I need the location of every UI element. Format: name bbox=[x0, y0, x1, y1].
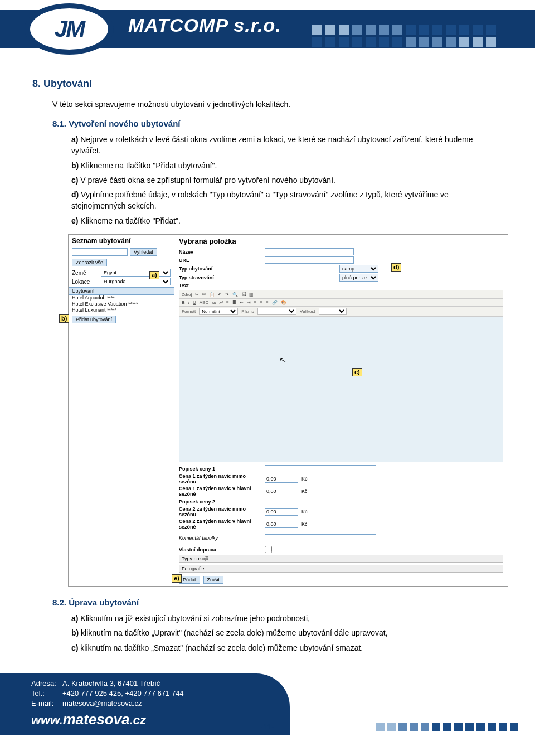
editor-toolbar-2[interactable]: B I U ABC x₂ x² ≡ ≣ ⇤ ⇥ ≡ ≡ ≡ 🔗 bbox=[179, 299, 503, 307]
footer-url: www.matesova.cz bbox=[31, 711, 279, 728]
indent-icon[interactable]: ⇥ bbox=[247, 300, 251, 305]
editor-toolbar-3[interactable]: Formát Normální Písmo Velikost bbox=[179, 307, 503, 317]
italic-icon[interactable]: I bbox=[188, 300, 189, 305]
list-item[interactable]: Hotel Luxuriant ***** bbox=[69, 307, 174, 313]
ul-icon[interactable]: ≣ bbox=[232, 300, 236, 305]
list-item[interactable]: Hotel Exclusive Vacation ***** bbox=[69, 301, 174, 307]
name-input[interactable] bbox=[265, 248, 354, 255]
align-left-icon[interactable]: ≡ bbox=[254, 300, 257, 305]
price1-off-input[interactable] bbox=[265, 476, 298, 483]
source-icon[interactable]: Zdroj bbox=[182, 292, 192, 297]
own-transport-checkbox[interactable] bbox=[265, 546, 272, 553]
step-d: d) Vyplníme potřebné údaje, v rolekách "… bbox=[71, 189, 503, 212]
spellcheck-icon[interactable]: ABC bbox=[200, 300, 208, 305]
screenshot-figure: Seznam ubytování Vyhledat Zobrazit vše Z… bbox=[68, 234, 503, 587]
price2-desc-label: Popisek ceny 2 bbox=[179, 499, 262, 505]
photos-section[interactable]: Fotografie bbox=[179, 565, 503, 573]
logo-oval: JM bbox=[25, 3, 114, 55]
superscript-icon[interactable]: x² bbox=[219, 300, 223, 305]
page-header: JM MATCOMP s.r.o. bbox=[0, 0, 535, 61]
font-select[interactable] bbox=[257, 308, 296, 315]
callout-c: c) bbox=[352, 368, 362, 376]
ol-icon[interactable]: ≡ bbox=[226, 300, 229, 305]
type-food-label: Typ stravování bbox=[179, 275, 262, 280]
search-input[interactable] bbox=[72, 248, 128, 256]
section-intro: V této sekci spravujeme možnosti ubytová… bbox=[52, 100, 503, 109]
rich-text-editor: Zdroj ✂ ⧉ 📋 ↶ ↷ 🔍 🖼 ▦ B I U ABC bbox=[179, 290, 503, 462]
rooms-section[interactable]: Typy pokojů bbox=[179, 555, 503, 563]
editor-body[interactable]: ↖ bbox=[179, 317, 503, 462]
left-pane: Seznam ubytování Vyhledat Zobrazit vše Z… bbox=[69, 235, 174, 586]
table-icon[interactable]: ▦ bbox=[249, 292, 254, 297]
type-acc-select[interactable]: camp bbox=[339, 265, 378, 273]
tel-value: +420 777 925 425, +420 777 671 744 bbox=[62, 689, 184, 697]
price2-on-label: Cena 2 za týden navíc v hlavní sezóně bbox=[179, 518, 262, 530]
show-all-button[interactable]: Zobrazit vše bbox=[72, 259, 107, 266]
text-label: Text bbox=[179, 283, 262, 288]
bold-icon[interactable]: B bbox=[182, 300, 185, 305]
step2-a: a) Kliknutím na již existující ubytování… bbox=[71, 613, 503, 624]
callout-b: b) bbox=[59, 314, 69, 323]
list-header: Ubytování bbox=[69, 287, 174, 295]
country-select[interactable]: Egypt bbox=[101, 269, 171, 277]
type-food-select[interactable]: plná penze bbox=[339, 274, 378, 282]
email-value: matesova@matesova.cz bbox=[62, 699, 142, 707]
editor-toolbar-1[interactable]: Zdroj ✂ ⧉ 📋 ↶ ↷ 🔍 🖼 ▦ bbox=[179, 290, 503, 299]
search-button[interactable]: Vyhledat bbox=[130, 248, 157, 256]
align-right-icon[interactable]: ≡ bbox=[266, 300, 269, 305]
image-icon[interactable]: 🖼 bbox=[241, 292, 246, 297]
url-input[interactable] bbox=[265, 256, 354, 264]
page-footer: Adresa:A. Kratochvíla 3, 67401 Třebíč Te… bbox=[0, 673, 535, 746]
price1-on-input[interactable] bbox=[265, 488, 298, 495]
name-label: Název bbox=[179, 249, 262, 255]
size-select[interactable] bbox=[319, 308, 347, 315]
redo-icon[interactable]: ↷ bbox=[225, 292, 229, 297]
location-select[interactable]: Hurghada bbox=[101, 278, 171, 285]
price2-off-input[interactable] bbox=[265, 508, 298, 516]
underline-icon[interactable]: U bbox=[193, 300, 196, 305]
link-icon[interactable]: 🔗 bbox=[272, 300, 278, 305]
company-name: MATCOMP s.r.o. bbox=[128, 14, 281, 36]
table-comment-input[interactable] bbox=[265, 534, 376, 541]
page-number: -11- bbox=[261, 723, 274, 731]
left-pane-title: Seznam ubytování bbox=[69, 235, 174, 247]
right-pane-title: Vybraná položka bbox=[174, 235, 508, 248]
location-label: Lokace bbox=[72, 279, 99, 285]
cut-icon[interactable]: ✂ bbox=[195, 292, 199, 297]
undo-icon[interactable]: ↶ bbox=[218, 292, 222, 297]
add-accommodation-button[interactable]: Přidat ubytování bbox=[72, 316, 116, 323]
address-value: A. Kratochvíla 3, 67401 Třebíč bbox=[62, 679, 160, 687]
type-acc-label: Typ ubytování bbox=[179, 266, 262, 272]
price2-off-label: Cena 2 za týden navíc mimo sezónu bbox=[179, 506, 262, 517]
cancel-button[interactable]: Zrušit bbox=[203, 576, 224, 584]
subscript-icon[interactable]: x₂ bbox=[212, 300, 216, 305]
tel-label: Tel.: bbox=[31, 689, 62, 697]
align-center-icon[interactable]: ≡ bbox=[260, 300, 262, 305]
list-item[interactable]: Hotel Aquaclub **** bbox=[69, 295, 174, 301]
step-c: c) V pravé části okna se zpřístupní form… bbox=[71, 175, 503, 186]
find-icon[interactable]: 🔍 bbox=[232, 292, 238, 297]
step2-c: c) kliknutím na tlačítko „Smazat" (nachá… bbox=[71, 642, 503, 653]
step-a: a) Nejprve v roletkách v levé části okna… bbox=[71, 134, 503, 157]
email-label: E-mail: bbox=[31, 699, 62, 707]
format-select[interactable]: Normální bbox=[199, 308, 238, 315]
logo-text: JM bbox=[30, 8, 108, 50]
footer-info: Adresa:A. Kratochvíla 3, 67401 Třebíč Te… bbox=[0, 673, 290, 735]
right-pane: Vybraná položka Název URL Typ ubytováníc… bbox=[174, 235, 508, 586]
price2-desc-input[interactable] bbox=[265, 498, 376, 505]
outdent-icon[interactable]: ⇤ bbox=[240, 300, 244, 305]
country-label: Země bbox=[72, 270, 99, 276]
paste-icon[interactable]: 📋 bbox=[209, 292, 215, 297]
copy-icon[interactable]: ⧉ bbox=[202, 292, 206, 297]
subsection-title-81: 8.1. Vytvoření nového ubytování bbox=[52, 119, 503, 128]
font-label: Písmo bbox=[241, 309, 254, 314]
price2-on-input[interactable] bbox=[265, 521, 298, 528]
price1-desc-input[interactable] bbox=[265, 465, 376, 472]
color-icon[interactable]: 🎨 bbox=[281, 300, 286, 305]
section-title: 8. Ubytování bbox=[32, 78, 503, 90]
app-window: Seznam ubytování Vyhledat Zobrazit vše Z… bbox=[68, 234, 508, 587]
size-label: Velikost bbox=[300, 309, 315, 314]
add-button[interactable]: Přidat bbox=[179, 576, 200, 584]
callout-e: e) bbox=[172, 574, 182, 583]
footer-squares bbox=[376, 723, 518, 731]
